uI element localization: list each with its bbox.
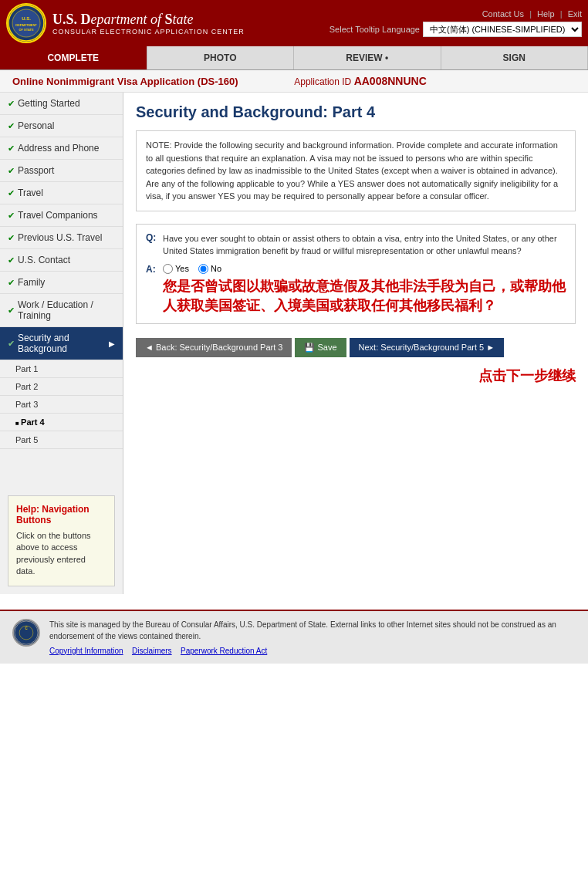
- app-form-label: Online Nonimmigrant Visa Application (DS…: [12, 76, 238, 87]
- tab-complete[interactable]: COMPLETE: [0, 46, 147, 69]
- answer-content: Yes No 您是否曾试图以欺骗或故意造假及其他非法手段为自己，或帮助他人获取美…: [163, 264, 566, 316]
- continue-hint: 点击下一步继续: [136, 367, 576, 385]
- q-label: Q:: [146, 232, 157, 258]
- sidebar-item-work-education[interactable]: ✔ Work / Education / Training: [0, 294, 123, 327]
- sidebar-label: Family: [18, 277, 45, 288]
- check-icon: ✔: [8, 144, 15, 154]
- a-label: A:: [146, 264, 157, 275]
- sidebar-label: Security and Background: [18, 333, 106, 354]
- footer: C This site is managed by the Bureau of …: [0, 610, 588, 664]
- sidebar-label: U.S. Contact: [18, 255, 70, 265]
- language-select[interactable]: 中文(简体) (CHINESE-SIMPLIFIED): [423, 22, 582, 37]
- nav-tabs: COMPLETE PHOTO REVIEW SIGN: [0, 46, 588, 70]
- answer-row: A: Yes No 您是否曾试图以欺骗或故意造假及其他非法手段为自己，或帮助他人…: [146, 264, 566, 316]
- paperwork-link[interactable]: Paperwork Reduction Act: [181, 647, 267, 655]
- question-section: Q: Have you ever sought to obtain or ass…: [136, 224, 576, 324]
- sidebar-sub-part4[interactable]: Part 4: [0, 414, 123, 431]
- check-icon: ✔: [8, 278, 15, 288]
- us-seal: U.S. DEPARTMENT OF STATE: [6, 3, 46, 43]
- copyright-link[interactable]: Copyright Information: [49, 647, 123, 655]
- yes-radio[interactable]: [163, 264, 173, 274]
- dept-name: U.S. Department of State: [52, 12, 245, 28]
- help-title: Help: Navigation Buttons: [16, 504, 106, 525]
- app-id-label: Application ID: [294, 76, 351, 87]
- sidebar-item-travel-companions[interactable]: ✔ Travel Companions: [0, 204, 123, 227]
- top-links: Contact Us | Help | Exit: [482, 9, 582, 19]
- disclaimers-link[interactable]: Disclaimers: [132, 647, 172, 655]
- tooltip-lang: Select Tooltip Language 中文(简体) (CHINESE-…: [329, 22, 582, 37]
- tab-photo[interactable]: PHOTO: [147, 46, 295, 69]
- svg-point-5: [15, 620, 38, 644]
- header-right: Contact Us | Help | Exit Select Tooltip …: [329, 9, 582, 37]
- check-icon: ✔: [8, 339, 15, 349]
- sidebar-item-travel[interactable]: ✔ Travel: [0, 182, 123, 204]
- header-logo: U.S. DEPARTMENT OF STATE U.S. Department…: [6, 3, 245, 43]
- sidebar-label: Work / Education / Training: [18, 299, 115, 321]
- sidebar-sub-part1[interactable]: Part 1: [0, 360, 123, 378]
- no-option[interactable]: No: [198, 264, 221, 274]
- page-title: Security and Background: Part 4: [136, 103, 576, 121]
- tab-sign[interactable]: SIGN: [441, 46, 589, 69]
- footer-text: This site is managed by the Bureau of Co…: [49, 619, 576, 642]
- sidebar-item-previous-travel[interactable]: ✔ Previous U.S. Travel: [0, 227, 123, 249]
- no-label: No: [211, 264, 221, 273]
- check-icon: ✔: [8, 233, 15, 243]
- note-box: NOTE: Provide the following security and…: [136, 130, 576, 211]
- tooltip-overlay: 您是否曾试图以欺骗或故意造假及其他非法手段为自己，或帮助他人获取美国签证、入境美…: [163, 277, 566, 316]
- yes-label: Yes: [175, 264, 189, 273]
- check-icon: ✔: [8, 188, 15, 198]
- sidebar-label: Getting Started: [18, 98, 80, 109]
- question-row: Q: Have you ever sought to obtain or ass…: [146, 232, 566, 258]
- check-icon: ✔: [8, 99, 15, 109]
- question-text: Have you ever sought to obtain or assist…: [163, 232, 566, 258]
- sidebar-label: Passport: [18, 165, 54, 176]
- check-icon: ✔: [8, 166, 15, 176]
- note-text: NOTE: Provide the following security and…: [146, 140, 558, 201]
- app-id-value: AA008NNUNC: [354, 75, 427, 87]
- help-label: Help:: [16, 504, 39, 515]
- sidebar-item-personal[interactable]: ✔ Personal: [0, 115, 123, 137]
- header: U.S. DEPARTMENT OF STATE U.S. Department…: [0, 0, 588, 46]
- sidebar-label: Travel: [18, 188, 43, 198]
- bottom-nav: ◄ Back: Security/Background Part 3 💾 Sav…: [136, 332, 576, 363]
- sidebar-item-security[interactable]: ✔ Security and Background ▶: [0, 327, 123, 360]
- sidebar-label: Travel Companions: [18, 210, 98, 221]
- header-title: U.S. Department of State CONSULAR ELECTR…: [52, 12, 245, 35]
- no-radio[interactable]: [198, 264, 208, 274]
- next-button[interactable]: Next: Security/Background Part 5 ►: [350, 338, 505, 357]
- sidebar-sub-part3[interactable]: Part 3: [0, 396, 123, 414]
- svg-text:U.S.: U.S.: [22, 16, 31, 21]
- check-icon: ✔: [8, 255, 15, 265]
- help-section: Help: Navigation Buttons Click on the bu…: [8, 495, 115, 586]
- check-icon: ✔: [8, 211, 15, 221]
- footer-seal: C: [12, 619, 40, 647]
- content-area: Security and Background: Part 4 NOTE: Pr…: [123, 93, 588, 594]
- check-icon: ✔: [8, 306, 15, 316]
- radio-group: Yes No: [163, 264, 566, 274]
- sidebar-item-family[interactable]: ✔ Family: [0, 272, 123, 294]
- help-text: Click on the buttons above to access pre…: [16, 530, 106, 578]
- check-icon: ✔: [8, 121, 15, 131]
- yes-option[interactable]: Yes: [163, 264, 189, 274]
- footer-links: Copyright Information Disclaimers Paperw…: [49, 645, 576, 656]
- footer-content: This site is managed by the Bureau of Co…: [49, 619, 576, 656]
- sidebar-item-passport[interactable]: ✔ Passport: [0, 160, 123, 182]
- help-link[interactable]: Help: [537, 9, 555, 19]
- sidebar: ✔ Getting Started ✔ Personal ✔ Address a…: [0, 93, 123, 594]
- contact-us-link[interactable]: Contact Us: [482, 9, 524, 19]
- dept-subtitle: CONSULAR ELECTRONIC APPLICATION CENTER: [52, 28, 245, 35]
- tooltip-lang-label: Select Tooltip Language: [329, 25, 420, 34]
- sidebar-item-address-phone[interactable]: ✔ Address and Phone: [0, 137, 123, 160]
- sidebar-sub-part2[interactable]: Part 2: [0, 378, 123, 396]
- sidebar-label: Personal: [18, 120, 54, 131]
- app-id-bar: Online Nonimmigrant Visa Application (DS…: [0, 70, 588, 93]
- svg-text:DEPARTMENT: DEPARTMENT: [15, 23, 37, 27]
- save-button[interactable]: 💾 Save: [295, 338, 346, 357]
- tab-review[interactable]: REVIEW: [294, 46, 441, 69]
- sidebar-item-getting-started[interactable]: ✔ Getting Started: [0, 93, 123, 115]
- back-button[interactable]: ◄ Back: Security/Background Part 3: [136, 338, 292, 357]
- svg-text:OF STATE: OF STATE: [19, 28, 34, 32]
- sidebar-sub-part5[interactable]: Part 5: [0, 431, 123, 449]
- exit-link[interactable]: Exit: [568, 9, 582, 19]
- sidebar-item-us-contact[interactable]: ✔ U.S. Contact: [0, 249, 123, 272]
